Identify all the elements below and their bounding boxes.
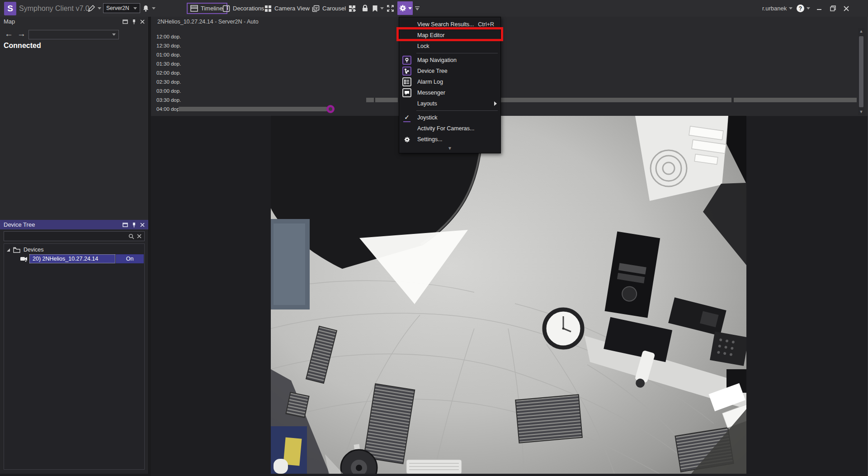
add-view-icon <box>349 5 357 13</box>
device-tree-pin-button[interactable] <box>132 222 136 228</box>
close-icon <box>140 19 145 24</box>
chevron-down-icon <box>112 33 116 36</box>
lock-button[interactable] <box>362 0 368 17</box>
carousel-button[interactable]: Carousel <box>312 0 354 17</box>
map-panel-close-button[interactable] <box>140 19 145 24</box>
decorations-icon <box>222 5 230 12</box>
menu-item-activity-for-cameras[interactable]: Activity For Cameras... <box>399 123 500 134</box>
messenger-icon <box>402 88 411 97</box>
menu-item-joystick[interactable]: ✓ Joystick <box>399 112 500 123</box>
map-panel-pin-button[interactable] <box>132 19 136 24</box>
search-icon[interactable] <box>128 233 134 239</box>
decorations-button[interactable]: Decorations <box>222 0 264 17</box>
scroll-up-icon[interactable]: ▲ <box>858 29 864 33</box>
clear-search-icon[interactable] <box>137 234 142 238</box>
scrollbar-thumb[interactable] <box>859 36 863 107</box>
help-icon: ? <box>797 5 804 12</box>
map-panel-title: Map <box>4 18 15 25</box>
user-menu[interactable]: r.urbanek <box>762 0 793 17</box>
timeline-recording-bar[interactable] <box>375 98 398 102</box>
timeline-recording-bar[interactable] <box>734 98 857 102</box>
carousel-icon <box>312 5 320 12</box>
tree-node-device[interactable]: 20) 2NHelios_10.27.24.14 On <box>4 254 144 263</box>
help-button[interactable]: ? <box>797 0 810 17</box>
bookmarks-button[interactable] <box>372 0 384 17</box>
timeline-position-marker[interactable] <box>326 105 335 113</box>
close-icon <box>844 6 849 11</box>
device-tree-close-button[interactable] <box>140 223 145 227</box>
timeline-time-label: 01:00 dop. <box>156 52 181 57</box>
edit-pen-icon <box>87 5 95 13</box>
lock-icon <box>362 5 368 12</box>
chevron-down-icon <box>408 7 412 10</box>
profile-edit-button[interactable] <box>87 0 101 17</box>
carousel-button-label: Carousel <box>322 5 346 12</box>
add-camera-view-button[interactable] <box>349 0 357 17</box>
timeline-toggle-button[interactable]: Timeline <box>187 1 227 15</box>
device-name[interactable]: 20) 2NHelios_10.27.24.14 <box>29 254 115 263</box>
device-tree: Devices 20) 2NHelios_10.27.24.14 On <box>4 243 145 470</box>
user-name: r.urbanek <box>762 5 787 12</box>
timeline-scrollbar[interactable]: ▲ ▼ <box>858 28 864 115</box>
timeline-recording-bar[interactable] <box>179 107 327 111</box>
scroll-down-icon[interactable]: ▼ <box>858 109 864 114</box>
timeline-icon <box>190 5 198 12</box>
map-back-button[interactable]: ← <box>5 29 13 39</box>
timeline-time-label: 01:30 dop. <box>156 61 181 67</box>
menu-item-device-tree[interactable]: Device Tree <box>399 66 500 76</box>
tree-expanded-icon[interactable] <box>6 248 10 252</box>
timeline-recording-bar[interactable] <box>501 98 731 102</box>
toolbar-overflow-button[interactable] <box>415 0 420 17</box>
fullscreen-button[interactable] <box>387 0 394 17</box>
app-logo: S <box>4 2 16 15</box>
menu-scroll-down-icon[interactable]: ▼ <box>399 145 500 151</box>
menu-item-layouts[interactable]: Layouts <box>399 98 500 109</box>
map-select[interactable] <box>28 30 119 39</box>
pin-icon <box>132 19 136 24</box>
gear-icon <box>401 136 413 143</box>
alarms-button[interactable] <box>142 0 156 17</box>
menu-item-messenger[interactable]: Messenger <box>399 87 500 98</box>
timeline-time-label: 03:00 dop. <box>156 88 181 94</box>
menu-shortcut: Ctrl+R <box>478 21 494 28</box>
device-tree-icon <box>402 67 411 76</box>
menu-item-lock[interactable]: Lock <box>399 41 500 52</box>
device-tree-title: Device Tree <box>4 221 35 228</box>
camera-video-scene <box>271 116 746 474</box>
timeline-time-label: 04:00 dop. <box>156 106 181 112</box>
menu-item-settings[interactable]: Settings... <box>399 134 500 145</box>
menu-item-view-search-results[interactable]: View Search Results... Ctrl+R <box>399 19 500 30</box>
menu-item-map-navigation[interactable]: Map Navigation <box>399 55 500 66</box>
close-icon <box>140 223 145 227</box>
restore-button[interactable] <box>830 0 836 17</box>
device-tree-restore-button[interactable] <box>123 223 128 227</box>
minimize-button[interactable] <box>816 0 822 17</box>
camera-view-button[interactable]: Camera View <box>264 0 318 17</box>
settings-menu-button[interactable] <box>397 1 413 15</box>
map-forward-button[interactable]: → <box>17 29 26 39</box>
camera-view-button-label: Camera View <box>274 5 310 12</box>
camera-view-grid-icon <box>264 5 272 12</box>
map-connection-status: Connected <box>4 42 41 50</box>
chevron-down-icon <box>789 7 793 10</box>
menu-separator <box>416 110 498 111</box>
close-button[interactable] <box>844 0 849 17</box>
bell-icon <box>142 5 150 13</box>
tree-node-label: Devices <box>24 247 43 253</box>
menu-item-alarm-log[interactable]: Alarm Log <box>399 76 500 87</box>
timeline-recording-bar[interactable] <box>366 98 374 102</box>
camera-video-frame[interactable] <box>271 116 746 474</box>
bookmark-icon <box>372 5 378 12</box>
map-panel-restore-button[interactable] <box>123 19 128 24</box>
device-status-badge: On <box>116 254 144 263</box>
device-search-input[interactable] <box>4 233 128 239</box>
camera-icon <box>20 256 28 262</box>
chevron-down-icon <box>807 7 810 10</box>
timeline-time-label: 02:00 dop. <box>156 70 181 76</box>
tree-node-devices[interactable]: Devices <box>6 246 43 254</box>
map-panel-header: Map <box>0 17 148 26</box>
menu-item-map-editor[interactable]: Map Editor <box>399 30 500 41</box>
server-select-value: Server2N <box>106 5 129 11</box>
gear-icon <box>399 4 407 12</box>
server-select[interactable]: Server2N <box>103 3 140 13</box>
